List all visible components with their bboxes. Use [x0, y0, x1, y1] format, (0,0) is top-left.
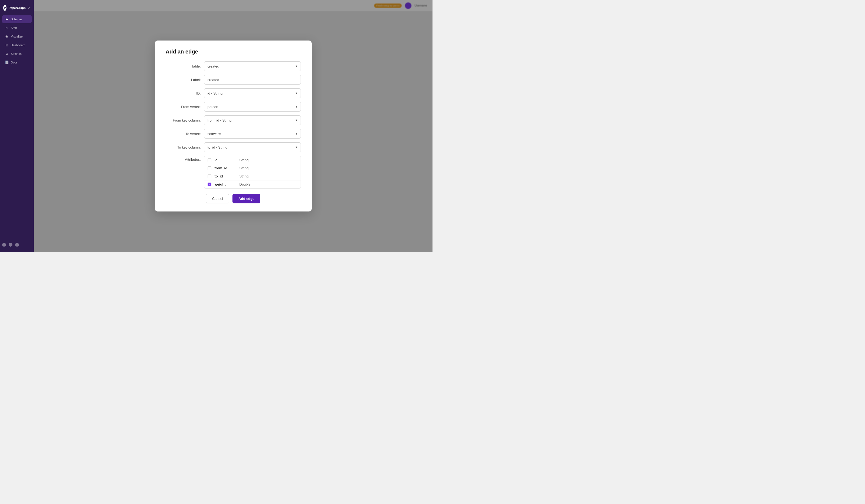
visualize-icon: ◉: [5, 35, 9, 38]
sidebar-bottom-icon-2[interactable]: [9, 243, 12, 247]
from-vertex-label: From vertex:: [166, 105, 201, 109]
from-key-form-row: From key column: from_id - String ▼: [166, 115, 301, 125]
sidebar-item-settings[interactable]: ⚙ Settings: [2, 50, 32, 58]
from-vertex-select[interactable]: person: [204, 102, 301, 112]
sidebar-item-start[interactable]: ▷ Start: [2, 24, 32, 32]
table-label: Table:: [166, 64, 201, 68]
attribute-checkbox-from-id[interactable]: [208, 166, 211, 170]
add-edge-modal: Add an edge Table: created ▼ Label: ID:: [155, 40, 312, 211]
id-control: id - String ▼: [204, 88, 301, 98]
to-vertex-form-row: To vertex: software ▼: [166, 129, 301, 139]
sidebar-item-schema[interactable]: ▶ Schema: [2, 15, 32, 23]
from-vertex-form-row: From vertex: person ▼: [166, 102, 301, 112]
attribute-row-id: id String: [204, 156, 301, 164]
label-label: Label:: [166, 78, 201, 82]
from-key-control: from_id - String ▼: [204, 115, 301, 125]
logo-icon: P: [3, 5, 7, 11]
sidebar-item-docs-label: Docs: [11, 61, 18, 64]
logo-text: PaperGraph: [9, 6, 26, 10]
attribute-name-weight: weight: [215, 182, 236, 186]
id-form-row: ID: id - String ▼: [166, 88, 301, 98]
table-control: created ▼: [204, 61, 301, 71]
modal-overlay: Add an edge Table: created ▼ Label: ID:: [34, 0, 432, 252]
to-key-select[interactable]: to_id - String: [204, 142, 301, 152]
label-form-row: Label:: [166, 75, 301, 84]
attribute-type-weight: Double: [240, 182, 251, 186]
to-key-label: To key column:: [166, 145, 201, 149]
from-key-label: From key column:: [166, 118, 201, 122]
to-vertex-label: To vertex:: [166, 132, 201, 136]
sidebar-bottom-icon-1[interactable]: [2, 243, 6, 247]
to-vertex-control: software ▼: [204, 129, 301, 139]
sidebar-item-schema-label: Schema: [11, 17, 22, 21]
attribute-row-from-id: from_id String: [204, 164, 301, 172]
sidebar-item-visualize-label: Visualize: [11, 35, 23, 38]
label-input[interactable]: [204, 75, 301, 84]
attribute-row-to-id: to_id String: [204, 172, 301, 180]
sidebar-logo: P PaperGraph ✕: [0, 3, 34, 15]
attribute-name-from-id: from_id: [215, 166, 236, 170]
to-key-form-row: To key column: to_id - String ▼: [166, 142, 301, 152]
modal-title: Add an edge: [166, 49, 301, 55]
sidebar-item-dashboard[interactable]: ⊞ Dashboard: [2, 41, 32, 49]
modal-buttons: Cancel Add edge: [166, 194, 301, 203]
sidebar-item-settings-label: Settings: [11, 52, 22, 55]
to-key-control: to_id - String ▼: [204, 142, 301, 152]
sidebar-item-dashboard-label: Dashboard: [11, 44, 25, 47]
attribute-row-weight: weight Double: [204, 180, 301, 188]
attribute-name-id: id: [215, 158, 236, 162]
schema-icon: ▶: [5, 17, 9, 21]
id-select[interactable]: id - String: [204, 88, 301, 98]
label-control: [204, 75, 301, 84]
attribute-checkbox-to-id[interactable]: [208, 175, 211, 178]
attribute-name-to-id: to_id: [215, 174, 236, 178]
sidebar-item-docs[interactable]: 📄 Docs: [2, 58, 32, 67]
sidebar-close-icon[interactable]: ✕: [28, 6, 31, 10]
attribute-checkbox-weight[interactable]: [208, 183, 211, 186]
attributes-form-row: Attributes: id String from_id String t: [166, 156, 301, 188]
table-row: Table: created ▼: [166, 61, 301, 71]
attribute-type-to-id: String: [240, 174, 249, 178]
sidebar: P PaperGraph ✕ ▶ Schema ▷ Start ◉ Visual…: [0, 0, 34, 252]
sidebar-bottom-icon-3[interactable]: [15, 243, 19, 247]
start-icon: ▷: [5, 26, 9, 30]
settings-icon: ⚙: [5, 52, 9, 56]
attribute-type-id: String: [240, 158, 249, 162]
dashboard-icon: ⊞: [5, 43, 9, 47]
attributes-label: Attributes:: [166, 156, 201, 162]
from-key-select[interactable]: from_id - String: [204, 115, 301, 125]
table-select[interactable]: created: [204, 61, 301, 71]
to-vertex-select[interactable]: software: [204, 129, 301, 139]
sidebar-bottom: [0, 240, 34, 249]
sidebar-nav: ▶ Schema ▷ Start ◉ Visualize ⊞ Dashboard…: [0, 15, 34, 240]
docs-icon: 📄: [5, 60, 9, 64]
cancel-button[interactable]: Cancel: [206, 194, 229, 203]
id-label: ID:: [166, 91, 201, 95]
add-edge-button[interactable]: Add edge: [232, 194, 260, 203]
attribute-type-from-id: String: [240, 166, 249, 170]
from-vertex-control: person ▼: [204, 102, 301, 112]
attributes-table: id String from_id String to_id String: [204, 156, 301, 188]
sidebar-item-visualize[interactable]: ◉ Visualize: [2, 32, 32, 40]
attribute-checkbox-id[interactable]: [208, 158, 211, 162]
sidebar-item-start-label: Start: [11, 26, 17, 30]
